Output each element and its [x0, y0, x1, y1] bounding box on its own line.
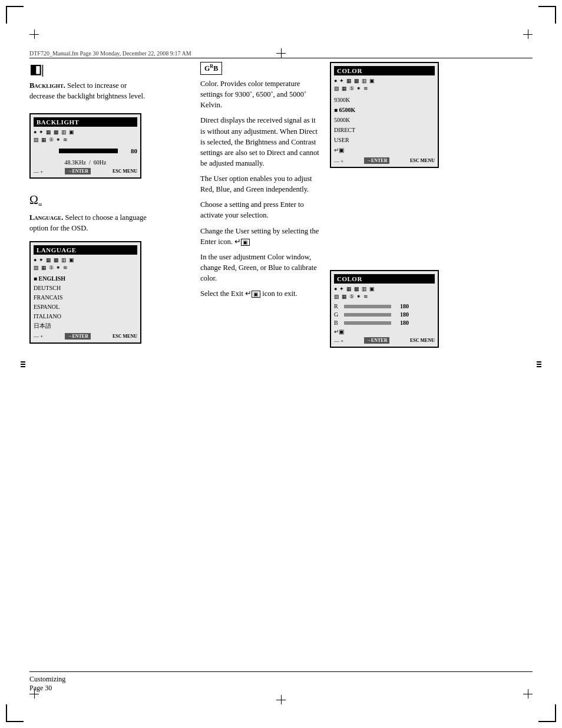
osd-icon-power: ● [34, 129, 37, 135]
lang-icon-wave: ≋ [63, 265, 68, 271]
contrast-label: Contrast [291, 138, 316, 146]
color-icon: GRB [200, 62, 222, 75]
footer: Customizing Page 30 [29, 671, 533, 693]
user-esc-btn[interactable]: ESC MENU [410, 338, 435, 343]
osd-icon-grid3: ▥ [61, 129, 67, 135]
color-desc-change: Change the User setting by selecting the… [200, 226, 321, 247]
rgb-b-row: B 180 [334, 319, 435, 326]
color-esc-btn[interactable]: ESC MENU [410, 158, 435, 163]
color-main-items: 9300K ■ 6500K 5000K DIRECT USER ↵▣ [334, 95, 435, 155]
freq1: 48.3KHz [65, 159, 86, 166]
backlight-slider [59, 149, 118, 153]
freq-sep: / [89, 159, 91, 166]
user-icon-sun: ✦ [339, 286, 344, 292]
lang-item-francais: FRANCAIS [34, 293, 137, 302]
footer-section: Customizing [29, 675, 533, 684]
user-icon-grid1: ▦ [346, 286, 352, 292]
corner-decoration-br [538, 704, 556, 722]
header-text: DTF720_Manual.fm Page 30 Monday, Decembe… [29, 50, 191, 57]
color-item-6500: ■ 6500K [334, 105, 435, 115]
color-main-osd-title: COLOR [334, 66, 435, 75]
color-enter-btn[interactable]: →ENTER [364, 157, 390, 164]
lang-icon-settings: ⑤ [49, 265, 54, 271]
r-value: 180 [394, 303, 409, 309]
language-icon: Ω≡ [29, 193, 147, 209]
lang-icon-grid4: ▦ [41, 265, 47, 271]
corner-decoration-tr [538, 6, 556, 24]
osd-icon-grid2: ▩ [54, 129, 59, 135]
color-main-osd-bottom: — + →ENTER ESC MENU [334, 157, 435, 164]
osd-icon-wave: ≋ [63, 137, 68, 143]
side-mark-right [537, 360, 541, 368]
color-item-direct: DIRECT [334, 125, 435, 135]
osd-icon-sun: ✦ [39, 129, 44, 135]
col-icon-mon: ▣ [369, 78, 375, 84]
backlight-label: Backlight. [29, 81, 65, 90]
col-icon-img: ▨ [334, 85, 339, 91]
col-icon-settings: ⑤ [349, 85, 354, 91]
lang-icon-grid3: ▥ [61, 257, 67, 263]
color-item-user: USER [334, 135, 435, 145]
crosshair-bottom-center [276, 695, 286, 704]
backlight-osd-icons-row2: ▨ ▦ ⑤ ⁕ ≋ [34, 137, 137, 143]
color-user-osd: COLOR ● ✦ ▦ ▩ ▥ ▣ ▨ ▦ ⑤ [330, 270, 439, 348]
user-icon-grid2: ▩ [354, 286, 359, 292]
language-esc-btn[interactable]: ESC MENU [113, 334, 137, 339]
color-desc-adjust: In the user adjustment Color window, cha… [200, 252, 321, 284]
backlight-value: 80 [123, 147, 137, 154]
col-icon-grid2: ▩ [354, 78, 359, 84]
corner-decoration-bl [6, 704, 24, 722]
color-desc-1: Color. Provides color temperature settin… [200, 78, 321, 110]
user-icon-grid3: ▥ [362, 286, 367, 292]
header-line: DTF720_Manual.fm Page 30 Monday, Decembe… [29, 50, 533, 58]
color-desc-choose: Choose a setting and press Enter to acti… [200, 199, 321, 220]
r-label: R [334, 303, 341, 309]
col-icon-grid1: ▦ [346, 78, 352, 84]
lang-icon-power: ● [34, 257, 37, 263]
g-slider [344, 313, 391, 317]
backlight-section: ◧| Backlight. Select to increase or decr… [29, 62, 189, 101]
user-enter-btn[interactable]: →ENTER [364, 337, 390, 344]
right-column: GRB Color. Provides color temperature se… [200, 62, 533, 353]
backlight-osd-bottom: — + →ENTER ESC MENU [34, 168, 137, 174]
nav-arrows-backlight: — + [34, 169, 43, 174]
backlight-osd-icons-row1: ● ✦ ▦ ▩ ▥ ▣ [34, 129, 137, 135]
backlight-osd-title: BACKLIGHT [34, 117, 137, 127]
backlight-osd: BACKLIGHT ● ✦ ▦ ▩ ▥ ▣ ▨ ▦ ⑤ ⁕ ≋ [29, 113, 141, 179]
user-icon-mon: ▣ [369, 286, 375, 292]
lang-item-deutsch: DEUTSCH [34, 284, 137, 293]
col-icon-wave: ≋ [363, 85, 368, 91]
enter-label-2: Enter [200, 238, 216, 246]
lang-icon-adj: ⁕ [56, 265, 61, 271]
language-enter-btn[interactable]: →ENTER [65, 333, 91, 340]
backlight-enter-btn[interactable]: →ENTER [65, 168, 91, 174]
osd-icon-img: ▨ [34, 137, 39, 143]
corner-decoration-tl [6, 6, 24, 24]
nav-arrows-user: — + [334, 338, 343, 344]
language-osd-bottom: — + →ENTER ESC MENU [34, 333, 137, 340]
color-text-col: GRB Color. Provides color temperature se… [200, 62, 321, 353]
color-section: GRB Color. Provides color temperature se… [200, 62, 533, 353]
language-osd-icons-row2: ▨ ▦ ⑤ ⁕ ≋ [34, 265, 137, 271]
col-icon-grid4: ▦ [342, 85, 347, 91]
backlight-esc-btn[interactable]: ESC MENU [113, 169, 137, 174]
color-desc-exit: Select the Exit ↵▣ icon to exit. [200, 288, 321, 299]
color-label: Color. [200, 80, 219, 88]
direct-label: Direct [200, 116, 219, 124]
backlight-icon: ◧| [29, 62, 147, 77]
nav-arrows-color: — + [334, 158, 343, 164]
osd-icon-grid1: ▦ [46, 129, 51, 135]
exit-label: Exit [231, 289, 243, 298]
language-osd-title: LANGUAGE [34, 245, 137, 255]
crosshair-tr [523, 29, 533, 39]
user-icon-wave: ≋ [363, 294, 368, 299]
color-desc-user: The User option enables you to adjust Re… [200, 173, 321, 195]
col-icon-sun: ✦ [339, 78, 344, 84]
color-label-2: Color [267, 253, 284, 261]
direct-label-3: Direct [267, 149, 285, 157]
osd-icon-adj: ⁕ [56, 137, 61, 143]
language-section: Ω≡ Language. Select to choose a language… [29, 193, 189, 233]
language-menu-items: ■ ENGLISH DEUTSCH FRANCAIS ESPANOL ITALI… [34, 274, 137, 331]
backlight-description: Backlight. Select to increase or decreas… [29, 80, 147, 101]
col-icon-power: ● [334, 78, 337, 84]
